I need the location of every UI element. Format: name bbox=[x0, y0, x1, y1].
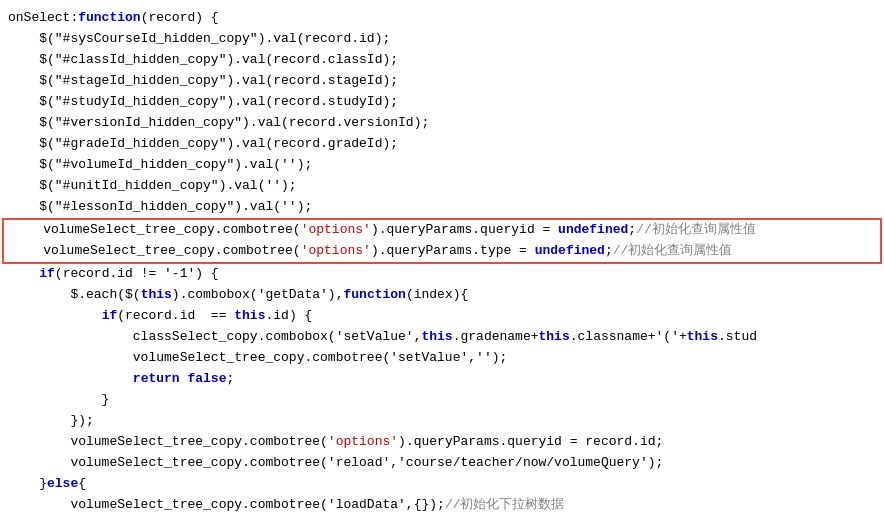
code-token: 'options' bbox=[301, 220, 371, 241]
code-token: $("#classId_hidden_copy").val(record.cla… bbox=[8, 50, 398, 71]
code-token: $("#gradeId_hidden_copy").val(record.gra… bbox=[8, 134, 398, 155]
code-token: if bbox=[39, 264, 55, 285]
code-token: (index){ bbox=[406, 285, 468, 306]
code-token: return false bbox=[133, 369, 227, 390]
code-line: }else{ bbox=[0, 474, 884, 495]
code-token: .classname+'('+ bbox=[570, 327, 687, 348]
code-token: $("#versionId_hidden_copy").val(record.v… bbox=[8, 113, 429, 134]
code-line: $("#sysCourseId_hidden_copy").val(record… bbox=[0, 29, 884, 50]
code-token: 'options' bbox=[328, 432, 398, 453]
code-line: $("#stageId_hidden_copy").val(record.sta… bbox=[0, 71, 884, 92]
code-token bbox=[8, 369, 133, 390]
code-token: volumeSelect_tree_copy.combotree( bbox=[12, 220, 301, 241]
code-line: if(record.id == this.id) { bbox=[0, 306, 884, 327]
code-token: (record.id == bbox=[117, 306, 234, 327]
code-line: volumeSelect_tree_copy.combotree('loadDa… bbox=[0, 495, 884, 513]
code-token: classSelect_copy.combobox('setValue', bbox=[8, 327, 421, 348]
code-token: $("#sysCourseId_hidden_copy").val(record… bbox=[8, 29, 390, 50]
code-token: ; bbox=[226, 369, 234, 390]
code-line: $("#versionId_hidden_copy").val(record.v… bbox=[0, 113, 884, 134]
code-line: volumeSelect_tree_copy.combotree('reload… bbox=[0, 453, 884, 474]
code-token: this bbox=[539, 327, 570, 348]
code-token: //初始化下拉树数据 bbox=[445, 495, 565, 513]
code-line: $("#volumeId_hidden_copy").val(''); bbox=[0, 155, 884, 176]
code-token: }); bbox=[8, 411, 94, 432]
code-token: ).queryParams.queryid = bbox=[371, 220, 558, 241]
code-token: .id) { bbox=[265, 306, 312, 327]
code-line: volumeSelect_tree_copy.combotree('setVal… bbox=[0, 348, 884, 369]
code-token: volumeSelect_tree_copy.combotree( bbox=[12, 241, 301, 262]
code-token: $("#studyId_hidden_copy").val(record.stu… bbox=[8, 92, 398, 113]
code-line: }); bbox=[0, 411, 884, 432]
code-token: ; bbox=[628, 220, 636, 241]
code-token: undefined bbox=[558, 220, 628, 241]
code-line: } bbox=[0, 390, 884, 411]
code-token: //初始化查询属性值 bbox=[613, 241, 733, 262]
code-token: 'options' bbox=[301, 241, 371, 262]
code-token bbox=[8, 306, 102, 327]
code-token: this bbox=[234, 306, 265, 327]
code-token: $("#lessonId_hidden_copy").val(''); bbox=[8, 197, 312, 218]
code-line: onSelect:function(record) { bbox=[0, 8, 884, 29]
code-token: if bbox=[102, 306, 118, 327]
code-token: volumeSelect_tree_copy.combotree('reload… bbox=[8, 453, 663, 474]
code-line: $("#unitId_hidden_copy").val(''); bbox=[0, 176, 884, 197]
code-token: undefined bbox=[535, 241, 605, 262]
code-token: ; bbox=[605, 241, 613, 262]
code-line: $("#studyId_hidden_copy").val(record.stu… bbox=[0, 92, 884, 113]
code-token: $("#volumeId_hidden_copy").val(''); bbox=[8, 155, 312, 176]
code-token: $.each($( bbox=[8, 285, 141, 306]
code-token bbox=[8, 264, 39, 285]
code-token: .stud bbox=[718, 327, 757, 348]
code-line: return false; bbox=[0, 369, 884, 390]
code-token: function bbox=[343, 285, 405, 306]
code-token: function bbox=[78, 8, 140, 29]
code-token: (record.id != '-1') { bbox=[55, 264, 219, 285]
code-token: //初始化查询属性值 bbox=[636, 220, 756, 241]
code-line: $("#lessonId_hidden_copy").val(''); bbox=[0, 197, 884, 218]
code-editor: onSelect:function(record) { $("#sysCours… bbox=[0, 0, 884, 513]
code-token: else bbox=[47, 474, 78, 495]
code-token: volumeSelect_tree_copy.combotree('setVal… bbox=[8, 348, 507, 369]
code-token: $("#unitId_hidden_copy").val(''); bbox=[8, 176, 297, 197]
code-token: volumeSelect_tree_copy.combotree('loadDa… bbox=[8, 495, 445, 513]
code-line: $.each($(this).combobox('getData'),funct… bbox=[0, 285, 884, 306]
code-token: onSelect: bbox=[8, 8, 78, 29]
code-token: ).combobox('getData'), bbox=[172, 285, 344, 306]
code-token: } bbox=[8, 390, 109, 411]
code-token: this bbox=[141, 285, 172, 306]
code-token: ).queryParams.queryid = record.id; bbox=[398, 432, 663, 453]
code-line: volumeSelect_tree_copy.combotree('option… bbox=[0, 432, 884, 453]
code-token: ).queryParams.type = bbox=[371, 241, 535, 262]
code-token: .gradename+ bbox=[453, 327, 539, 348]
code-token: $("#stageId_hidden_copy").val(record.sta… bbox=[8, 71, 398, 92]
code-token: volumeSelect_tree_copy.combotree( bbox=[8, 432, 328, 453]
code-line: $("#gradeId_hidden_copy").val(record.gra… bbox=[0, 134, 884, 155]
code-token: } bbox=[8, 474, 47, 495]
code-token: this bbox=[687, 327, 718, 348]
code-token: (record) { bbox=[141, 8, 219, 29]
code-line: if(record.id != '-1') { bbox=[0, 264, 884, 285]
code-line: $("#classId_hidden_copy").val(record.cla… bbox=[0, 50, 884, 71]
code-line: volumeSelect_tree_copy.combotree('option… bbox=[2, 218, 882, 241]
code-token: this bbox=[421, 327, 452, 348]
code-token: { bbox=[78, 474, 86, 495]
code-line: volumeSelect_tree_copy.combotree('option… bbox=[2, 241, 882, 264]
code-line: classSelect_copy.combobox('setValue',thi… bbox=[0, 327, 884, 348]
